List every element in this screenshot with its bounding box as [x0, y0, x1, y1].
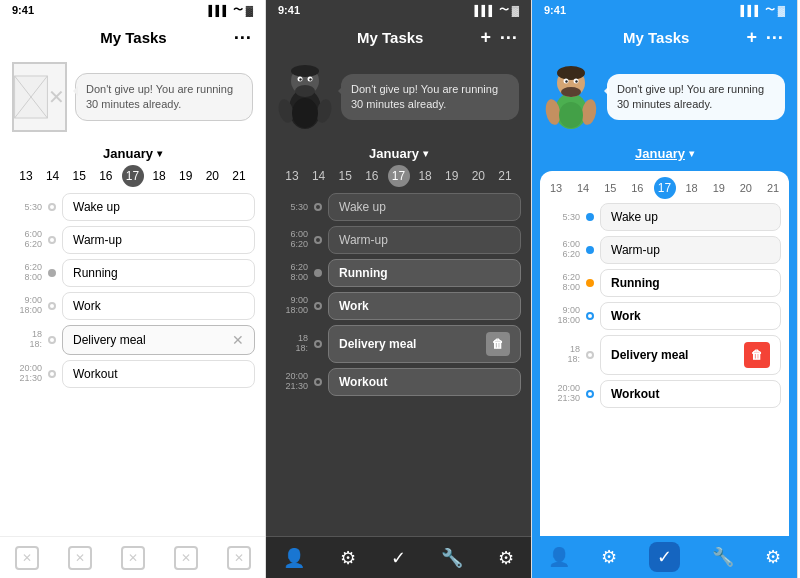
task-list-3: 5:30 Wake up 6:006:20 Warm-up 6:208:00 R… — [540, 203, 789, 536]
svg-point-24 — [559, 102, 583, 128]
blue-panel: 9:41 ▌▌▌〜▓ My Tasks + ⋯ — [532, 0, 798, 578]
svg-point-20 — [565, 80, 567, 82]
nav-check-2[interactable]: ✓ — [391, 547, 406, 569]
task-row: 5:30 Wake up — [276, 193, 521, 221]
mascot-2 — [278, 62, 333, 132]
plus-icon-2[interactable]: + — [480, 27, 491, 48]
mascot-section-3: Don't give up! You are running 30 minute… — [532, 54, 797, 140]
more-icon-2[interactable]: ⋯ — [499, 26, 517, 48]
more-icon-3[interactable]: ⋯ — [765, 26, 783, 48]
status-bar-1: 9:41 ▌▌▌〜▓ — [0, 0, 265, 20]
bottom-nav-1 — [0, 536, 265, 578]
task-row: 20:0021:30 Workout — [276, 368, 521, 396]
nav-puzzle-3[interactable]: ⚙ — [601, 546, 617, 568]
calendar-2: January ▾ 13 14 15 16 17 18 19 20 21 — [266, 140, 531, 193]
wireframe-panel: 9:41 ▌▌▌〜▓ My Tasks ⋯ Don't give up! You… — [0, 0, 266, 578]
month-label-1[interactable]: January ▾ — [10, 146, 255, 161]
task-list-2: 5:30 Wake up 6:006:20 Warm-up 6:208:00 R… — [266, 193, 531, 536]
bottom-nav-2: 👤 ⚙ ✓ 🔧 ⚙ — [266, 536, 531, 578]
svg-point-6 — [295, 85, 315, 97]
delete-icon-2[interactable]: 🗑 — [486, 332, 510, 356]
speech-bubble-3: Don't give up! You are running 30 minute… — [607, 74, 785, 121]
svg-point-9 — [299, 78, 301, 80]
bottom-nav-3: 👤 ⚙ ✓ 🔧 ⚙ — [532, 536, 797, 578]
plus-icon-3[interactable]: + — [746, 27, 757, 48]
nav-person-2[interactable]: 👤 — [283, 547, 305, 569]
nav-gear-3[interactable]: ⚙ — [765, 546, 781, 568]
mascot-section-1: Don't give up! You are running 30 minute… — [0, 54, 265, 140]
date-row-1: 13 14 15 16 17 18 19 20 21 — [10, 165, 255, 187]
task-row: 9:0018:00 Work — [10, 292, 255, 320]
app-header-2: My Tasks + ⋯ — [266, 20, 531, 54]
month-label-2[interactable]: January ▾ — [276, 146, 521, 161]
month-label-3[interactable]: January ▾ — [542, 146, 787, 161]
nav-gear-2[interactable]: ⚙ — [498, 547, 514, 569]
task-row: 6:208:00 Running — [10, 259, 255, 287]
task-row: 9:0018:00 Work — [276, 292, 521, 320]
app-header-1: My Tasks ⋯ — [0, 20, 265, 54]
nav-puzzle-1[interactable] — [68, 546, 92, 570]
app-title-3: My Tasks — [623, 29, 689, 46]
nav-person-1[interactable] — [15, 546, 39, 570]
date-row-2: 13 14 15 16 17 18 19 20 21 — [276, 165, 521, 187]
mascot-3 — [544, 62, 599, 132]
app-title-2: My Tasks — [357, 29, 423, 46]
calendar-1: January ▾ 13 14 15 16 17 18 19 20 21 — [0, 140, 265, 193]
mascot-1 — [12, 62, 67, 132]
nav-gear-1[interactable] — [227, 546, 251, 570]
svg-point-16 — [557, 66, 585, 80]
task-row: 20:0021:30 Workout — [10, 360, 255, 388]
status-bar-2: 9:41 ▌▌▌〜▓ — [266, 0, 531, 20]
svg-point-10 — [309, 78, 311, 80]
task-row: 6:208:00 Running — [276, 259, 521, 287]
status-icons-3: ▌▌▌〜▓ — [740, 3, 785, 17]
more-icon-1[interactable]: ⋯ — [233, 26, 251, 48]
status-icons-1: ▌▌▌〜▓ — [208, 3, 253, 17]
app-title-1: My Tasks — [100, 29, 166, 46]
nav-puzzle-2[interactable]: ⚙ — [340, 547, 356, 569]
svg-point-17 — [561, 87, 581, 97]
task-list-1: 5:30 Wake up 6:006:20 Warm-up 6:208:00 R… — [0, 193, 265, 536]
task-row: 6:006:20 Warm-up — [10, 226, 255, 254]
svg-point-5 — [291, 65, 319, 77]
app-header-3: My Tasks + ⋯ — [532, 20, 797, 54]
task-row: 1818: Delivery meal ✕ — [10, 325, 255, 355]
nav-check-3[interactable]: ✓ — [649, 542, 680, 572]
mascot-section-2: Don't give up! You are running 30 minute… — [266, 54, 531, 140]
nav-tools-2[interactable]: 🔧 — [441, 547, 463, 569]
nav-tools-3[interactable]: 🔧 — [712, 546, 734, 568]
speech-bubble-2: Don't give up! You are running 30 minute… — [341, 74, 519, 121]
task-row: 6:006:20 Warm-up — [276, 226, 521, 254]
blue-content-card: 13 14 15 16 17 18 19 20 21 5:30 Wake up … — [540, 171, 789, 536]
time-2: 9:41 — [278, 4, 300, 16]
status-icons-2: ▌▌▌〜▓ — [474, 3, 519, 17]
task-row: 1818: Delivery meal 🗑 — [276, 325, 521, 363]
header-icons-2: + ⋯ — [480, 26, 517, 48]
svg-point-21 — [575, 80, 577, 82]
time-1: 9:41 — [12, 4, 34, 16]
speech-bubble-1: Don't give up! You are running 30 minute… — [75, 73, 253, 122]
svg-point-13 — [292, 98, 318, 128]
nav-person-3[interactable]: 👤 — [548, 546, 570, 568]
nav-tools-1[interactable] — [174, 546, 198, 570]
nav-check-1[interactable] — [121, 546, 145, 570]
task-row: 6:006:20 Warm-up — [548, 236, 781, 264]
calendar-header-3: January ▾ — [532, 140, 797, 171]
delete-icon-3[interactable]: 🗑 — [744, 342, 770, 368]
task-row: 5:30 Wake up — [548, 203, 781, 231]
task-row: 5:30 Wake up — [10, 193, 255, 221]
time-3: 9:41 — [544, 4, 566, 16]
date-row-3: 13 14 15 16 17 18 19 20 21 — [540, 171, 789, 203]
task-row: 20:0021:30 Workout — [548, 380, 781, 408]
header-icons-3: + ⋯ — [746, 26, 783, 48]
status-bar-3: 9:41 ▌▌▌〜▓ — [532, 0, 797, 20]
dark-panel: 9:41 ▌▌▌〜▓ My Tasks + ⋯ — [266, 0, 532, 578]
task-row: 1818: Delivery meal 🗑 — [548, 335, 781, 375]
task-row: 9:0018:00 Work — [548, 302, 781, 330]
task-row: 6:208:00 Running — [548, 269, 781, 297]
